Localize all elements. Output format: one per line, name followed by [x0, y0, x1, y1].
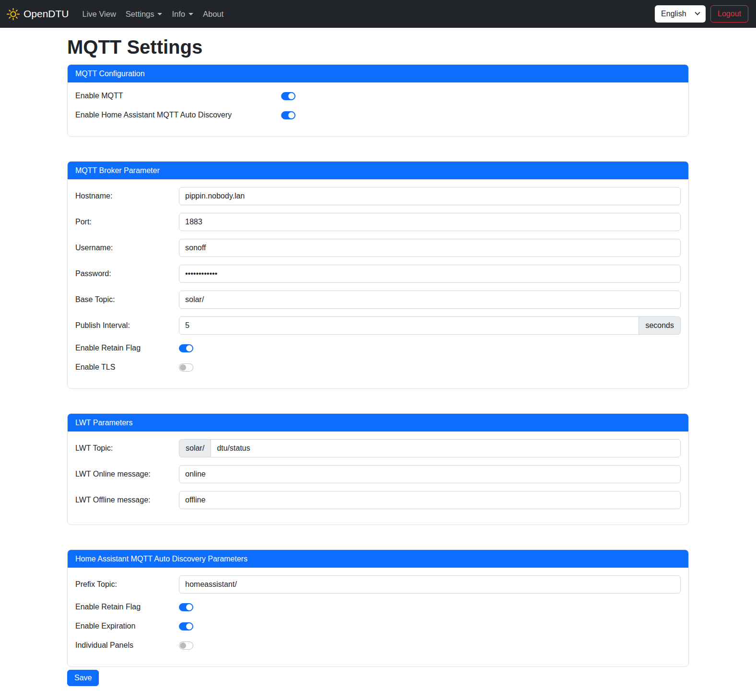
ha-enable-retain-toggle[interactable]	[179, 603, 193, 611]
enable-mqtt-row: Enable MQTT	[75, 90, 681, 102]
hostname-input[interactable]	[179, 187, 681, 205]
logout-button[interactable]: Logout	[710, 5, 748, 23]
nav-item-settings[interactable]: Settings	[121, 6, 167, 23]
chevron-down-icon	[157, 13, 162, 15]
port-row: Port:	[75, 213, 681, 231]
base-topic-input[interactable]	[179, 291, 681, 309]
individual-panels-toggle[interactable]	[179, 642, 193, 650]
ha-enable-retain-label: Enable Retain Flag	[75, 603, 179, 611]
password-input[interactable]	[179, 265, 681, 283]
lwt-online-label: LWT Online message:	[75, 470, 179, 478]
individual-panels-row: Individual Panels	[75, 640, 681, 651]
lwt-topic-prefix: solar/	[179, 439, 211, 457]
lwt-offline-label: LWT Offline message:	[75, 496, 179, 504]
enable-ha-discovery-label: Enable Home Assistant MQTT Auto Discover…	[75, 111, 281, 119]
individual-panels-label: Individual Panels	[75, 641, 179, 650]
enable-expiration-label: Enable Expiration	[75, 622, 179, 630]
enable-expiration-row: Enable Expiration	[75, 620, 681, 632]
nav-item-about[interactable]: About	[198, 6, 228, 23]
password-label: Password:	[75, 269, 179, 278]
language-selected-value: English	[661, 10, 686, 18]
lwt-online-input[interactable]	[179, 465, 681, 483]
enable-retain-row: Enable Retain Flag	[75, 342, 681, 354]
enable-tls-row: Enable TLS	[75, 362, 681, 373]
sun-logo-icon	[7, 8, 20, 21]
prefix-topic-input[interactable]	[179, 575, 681, 594]
language-select[interactable]: English	[655, 5, 706, 23]
save-button[interactable]: Save	[67, 670, 99, 686]
publish-interval-label: Publish Interval:	[75, 321, 179, 330]
enable-ha-discovery-row: Enable Home Assistant MQTT Auto Discover…	[75, 109, 681, 121]
enable-ha-discovery-toggle[interactable]	[281, 111, 295, 119]
nav-links: Live View Settings Info About	[78, 6, 229, 23]
lwt-offline-row: LWT Offline message:	[75, 491, 681, 509]
lwt-online-row: LWT Online message:	[75, 465, 681, 483]
mqtt-broker-card: MQTT Broker Parameter Hostname: Port: Us…	[67, 161, 689, 389]
hostname-row: Hostname:	[75, 187, 681, 205]
lwt-topic-label: LWT Topic:	[75, 444, 179, 453]
brand-link[interactable]: OpenDTU	[7, 8, 69, 21]
publish-interval-input[interactable]	[179, 316, 639, 335]
chevron-down-icon	[695, 10, 700, 15]
navbar: OpenDTU Live View Settings Info About En…	[0, 0, 756, 28]
nav-item-info[interactable]: Info	[167, 6, 198, 23]
nav-item-info-label: Info	[172, 10, 185, 19]
page-title: MQTT Settings	[67, 35, 689, 58]
username-row: Username:	[75, 239, 681, 257]
username-input[interactable]	[179, 239, 681, 257]
chevron-down-icon	[189, 13, 193, 15]
lwt-parameters-header: LWT Parameters	[68, 414, 688, 432]
enable-expiration-toggle[interactable]	[179, 622, 193, 630]
enable-mqtt-toggle[interactable]	[281, 92, 295, 100]
ha-discovery-header: Home Assistant MQTT Auto Discovery Param…	[68, 550, 688, 568]
port-input[interactable]	[179, 213, 681, 231]
lwt-topic-row: LWT Topic: solar/	[75, 439, 681, 457]
port-label: Port:	[75, 218, 179, 226]
mqtt-broker-header: MQTT Broker Parameter	[68, 162, 688, 179]
enable-retain-toggle[interactable]	[179, 344, 193, 352]
lwt-topic-input[interactable]	[211, 439, 681, 457]
enable-retain-label: Enable Retain Flag	[75, 344, 179, 352]
prefix-topic-label: Prefix Topic:	[75, 580, 179, 589]
username-label: Username:	[75, 244, 179, 252]
publish-interval-unit: seconds	[638, 316, 681, 335]
enable-tls-toggle[interactable]	[179, 363, 193, 372]
prefix-topic-row: Prefix Topic:	[75, 575, 681, 594]
password-row: Password:	[75, 265, 681, 283]
hostname-label: Hostname:	[75, 192, 179, 200]
base-topic-row: Base Topic:	[75, 291, 681, 309]
lwt-parameters-card: LWT Parameters LWT Topic: solar/ LWT Onl…	[67, 413, 689, 525]
enable-mqtt-label: Enable MQTT	[75, 92, 281, 100]
ha-discovery-card: Home Assistant MQTT Auto Discovery Param…	[67, 549, 689, 667]
ha-enable-retain-row: Enable Retain Flag	[75, 601, 681, 613]
brand-name: OpenDTU	[24, 8, 69, 20]
mqtt-configuration-header: MQTT Configuration	[68, 65, 688, 82]
nav-item-live-view[interactable]: Live View	[78, 6, 121, 23]
publish-interval-row: Publish Interval: seconds	[75, 316, 681, 335]
nav-item-settings-label: Settings	[126, 10, 154, 19]
mqtt-configuration-card: MQTT Configuration Enable MQTT Enable Ho…	[67, 64, 689, 137]
base-topic-label: Base Topic:	[75, 295, 179, 304]
enable-tls-label: Enable TLS	[75, 363, 179, 372]
lwt-offline-input[interactable]	[179, 491, 681, 509]
